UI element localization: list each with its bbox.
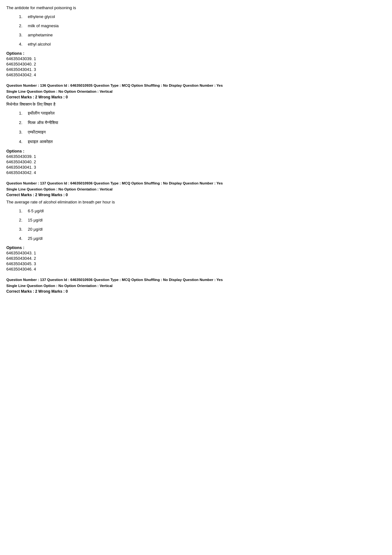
option-code: 64635043039. 1	[6, 154, 386, 159]
option-code: 64635043046. 4	[6, 267, 386, 271]
list-item: 2. मिल्क ऑफ मैग्नीशिया	[19, 120, 386, 125]
option-code: 64635043043. 1	[6, 251, 386, 255]
option-num: 2.	[19, 23, 28, 28]
option-num: 3.	[19, 33, 28, 37]
q136-hindi-question: मिथेनोल विषाक्तन के लिए विषहर है	[6, 101, 386, 108]
q136-hindi-options: 1. इथीलीन ग्लाइकोल 2. मिल्क ऑफ मैग्नीशिय…	[19, 111, 386, 144]
options-label: Options :	[6, 51, 386, 56]
q137-english-options: 1. 6·5 μg/dl 2. 15 μg/dl 3. 20 μg/dl 4. …	[19, 209, 386, 241]
q136-english-block: The antidote for methanol poisoning is 1…	[6, 5, 386, 77]
q136-meta-line1: Question Number : 136 Question Id : 6463…	[6, 83, 386, 88]
option-num: 4.	[19, 42, 28, 47]
q136-meta-line2: Single Line Question Option : No Option …	[6, 89, 386, 94]
option-code: 64635043041. 3	[6, 165, 386, 170]
q137-meta-top-block: Question Number : 137 Question Id : 6463…	[6, 181, 386, 197]
list-item: 3. amphetamine	[19, 33, 386, 37]
option-code: 64635043042. 4	[6, 170, 386, 175]
option-num: 3.	[19, 227, 28, 232]
option-code: 64635043042. 4	[6, 72, 386, 77]
option-text: milk of magnesia	[28, 23, 59, 28]
q136-correct-marks: Correct Marks : 2 Wrong Marks : 0	[6, 95, 386, 99]
q136-meta-block: Question Number : 136 Question Id : 6463…	[6, 83, 386, 100]
q137-correct-marks: Correct Marks : 2 Wrong Marks : 0	[6, 193, 386, 197]
option-code: 64635043040. 2	[6, 62, 386, 66]
q137-meta-bottom-line1: Question Number : 137 Question Id : 6463…	[6, 277, 386, 283]
option-text: 20 μg/dl	[28, 227, 43, 232]
options-label: Options :	[6, 149, 386, 153]
q136-hindi-block: मिथेनोल विषाक्तन के लिए विषहर है 1. इथील…	[6, 101, 386, 175]
list-item: 4. 25 μg/dl	[19, 236, 386, 241]
list-item: 4. इथाइल अल्कोहल	[19, 139, 386, 144]
option-num: 4.	[19, 236, 28, 241]
q136-english-question: The antidote for methanol poisoning is	[6, 5, 386, 11]
option-text: amphetamine	[28, 33, 53, 37]
q137-meta-bottom-block: Question Number : 137 Question Id : 6463…	[6, 277, 386, 294]
option-text: इथीलीन ग्लाइकोल	[28, 111, 55, 116]
option-num: 3.	[19, 130, 28, 134]
q137-correct-marks-bottom: Correct Marks : 2 Wrong Marks : 0	[6, 289, 386, 294]
option-text: 15 μg/dl	[28, 218, 43, 222]
q137-english-question: The average rate of alcohol elimination …	[6, 199, 386, 205]
option-text: एम्फीटामाइन	[28, 130, 46, 135]
option-num: 2.	[19, 218, 28, 222]
q136-english-options: 1. ethylene glycol 2. milk of magnesia 3…	[19, 14, 386, 47]
option-code: 64635043041. 3	[6, 67, 386, 72]
q137-english-block: The average rate of alcohol elimination …	[6, 199, 386, 271]
option-text: इथाइल अल्कोहल	[28, 139, 53, 144]
list-item: 4. ethyl alcohol	[19, 42, 386, 47]
list-item: 1. ethylene glycol	[19, 14, 386, 19]
option-num: 1.	[19, 111, 28, 115]
option-code: 64635043039. 1	[6, 56, 386, 61]
option-num: 4.	[19, 139, 28, 144]
option-code: 64635043040. 2	[6, 159, 386, 164]
option-num: 1.	[19, 14, 28, 19]
option-code: 64635043044. 2	[6, 256, 386, 261]
option-code: 64635043045. 3	[6, 261, 386, 266]
list-item: 2. 15 μg/dl	[19, 218, 386, 222]
list-item: 3. 20 μg/dl	[19, 227, 386, 232]
option-num: 1.	[19, 209, 28, 213]
option-text: मिल्क ऑफ मैग्नीशिया	[28, 120, 58, 125]
q137-meta-bottom-line2: Single Line Question Option : No Option …	[6, 283, 386, 289]
option-num: 2.	[19, 120, 28, 125]
list-item: 1. इथीलीन ग्लाइकोल	[19, 111, 386, 116]
q137-meta-line2: Single Line Question Option : No Option …	[6, 187, 386, 192]
option-text: ethyl alcohol	[28, 42, 51, 47]
option-text: 25 μg/dl	[28, 236, 43, 241]
list-item: 2. milk of magnesia	[19, 23, 386, 28]
options-label: Options :	[6, 245, 386, 250]
option-text: 6·5 μg/dl	[28, 209, 44, 213]
list-item: 1. 6·5 μg/dl	[19, 209, 386, 213]
list-item: 3. एम्फीटामाइन	[19, 130, 386, 135]
option-text: ethylene glycol	[28, 14, 55, 19]
q137-meta-line1: Question Number : 137 Question Id : 6463…	[6, 181, 386, 186]
